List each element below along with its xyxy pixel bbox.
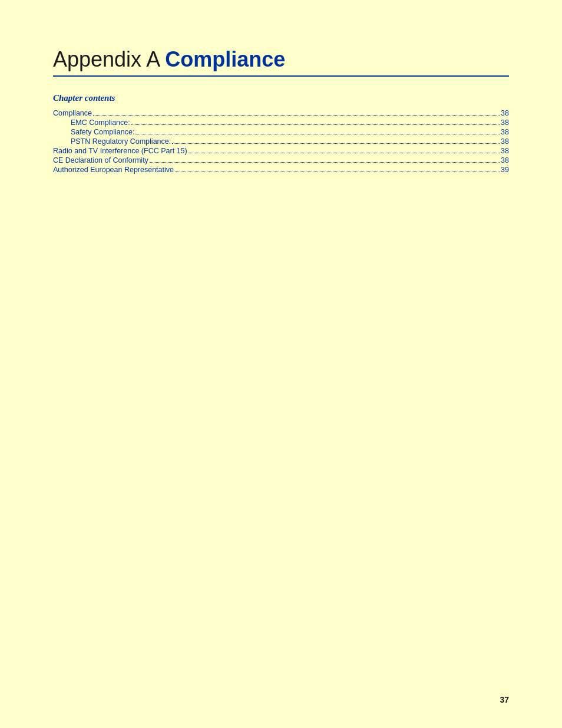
toc-entry-page: 38 xyxy=(501,109,509,117)
toc-entry[interactable]: Compliance38 xyxy=(53,109,509,117)
page-title-area: Appendix A Compliance xyxy=(53,47,509,77)
toc-entry[interactable]: CE Declaration of Conformity38 xyxy=(53,156,509,164)
toc-dots xyxy=(172,143,500,144)
toc-entry-text: Safety Compliance: xyxy=(71,128,134,136)
toc-entry-page: 38 xyxy=(501,128,509,136)
chapter-contents-heading: Chapter contents xyxy=(53,93,509,103)
toc-entry-text: Radio and TV Interference (FCC Part 15) xyxy=(53,147,187,155)
toc-dots xyxy=(131,124,500,125)
toc-entry-page: 38 xyxy=(501,118,509,127)
page: Appendix A Compliance Chapter contents C… xyxy=(0,0,562,728)
toc-entry-page: 39 xyxy=(501,166,509,174)
toc-dots xyxy=(150,162,500,163)
toc-entry-page: 38 xyxy=(501,156,509,164)
toc-entry[interactable]: PSTN Regulatory Compliance:38 xyxy=(53,137,509,146)
page-number: 37 xyxy=(500,695,509,704)
toc-entry[interactable]: Safety Compliance:38 xyxy=(53,128,509,136)
toc-entry-text: CE Declaration of Conformity xyxy=(53,156,148,164)
toc-dots xyxy=(175,172,500,172)
title-prefix: Appendix A xyxy=(53,47,165,71)
toc-dots xyxy=(93,115,500,116)
page-title: Appendix A Compliance xyxy=(53,47,509,72)
toc-container: Compliance38EMC Compliance:38Safety Comp… xyxy=(53,109,509,174)
toc-entry[interactable]: EMC Compliance:38 xyxy=(53,118,509,127)
toc-entry-page: 38 xyxy=(501,137,509,146)
title-divider xyxy=(53,75,509,77)
toc-entry-text: PSTN Regulatory Compliance: xyxy=(71,137,171,146)
toc-entry-text: Authorized European Representative xyxy=(53,166,174,174)
title-bold: Compliance xyxy=(165,47,285,71)
toc-dots xyxy=(135,134,500,134)
toc-entry-page: 38 xyxy=(501,147,509,155)
toc-entry-text: EMC Compliance: xyxy=(71,118,130,127)
toc-entry[interactable]: Radio and TV Interference (FCC Part 15)3… xyxy=(53,147,509,155)
toc-dots xyxy=(189,153,500,153)
toc-entry[interactable]: Authorized European Representative39 xyxy=(53,166,509,174)
toc-entry-text: Compliance xyxy=(53,109,92,117)
